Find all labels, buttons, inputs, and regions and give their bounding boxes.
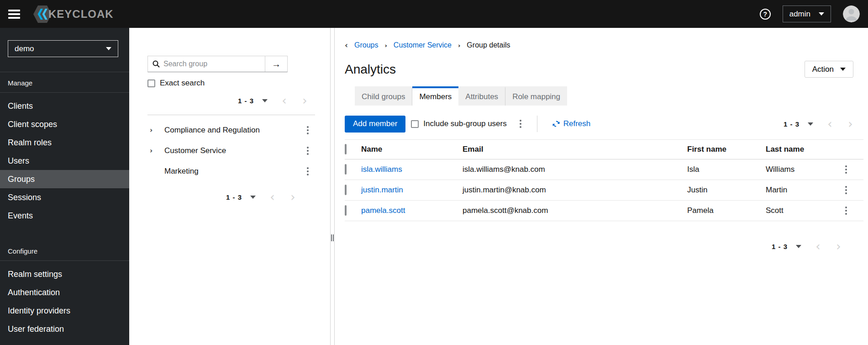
action-dropdown-button[interactable]: Action [805,61,853,78]
row-checkbox[interactable] [345,205,347,216]
toolbar-divider [537,116,537,132]
group-label[interactable]: Compliance and Regulation [164,126,260,135]
include-subgroups-checkbox[interactable] [411,120,419,128]
exact-search-checkbox[interactable] [147,80,155,87]
action-label: Action [812,65,834,74]
sidebar-item-clients[interactable]: Clients [0,97,129,115]
tab-child-groups[interactable]: Child groups [355,86,412,106]
add-member-button[interactable]: Add member [345,116,405,133]
sidebar-nav: demo Manage Clients Client scopes Realm … [0,28,129,345]
sidebar-item-realm-roles[interactable]: Realm roles [0,133,129,152]
group-details-main: ‹ Groups › Customer Service › Group deta… [335,28,868,345]
group-label[interactable]: Customer Service [164,146,226,155]
sidebar-item-identity-providers[interactable]: Identity providers [0,302,129,320]
include-subgroups-label: Include sub-group users [423,119,506,128]
masthead: KEYCLOAK ? admin [0,0,868,28]
members-table: Name Email First name Last name isla.wil… [345,139,863,221]
breadcrumb-back-icon[interactable]: ‹ [345,41,348,50]
member-email: justin.martin@knab.com [463,180,687,201]
pagination-range: 1 - 3 [784,120,800,128]
member-name-link[interactable]: justin.martin [361,186,403,194]
sidebar-item-realm-settings[interactable]: Realm settings [0,265,129,283]
member-name-link[interactable]: isla.williams [361,165,402,174]
nav-section-configure: Configure [0,247,129,255]
help-icon[interactable]: ? [760,9,771,20]
row-kebab-button[interactable] [843,205,849,217]
pagination-next-button[interactable]: › [283,192,303,202]
hamburger-menu-icon[interactable] [8,10,20,19]
tab-members[interactable]: Members [412,86,458,106]
pagination-menu-caret-icon[interactable] [796,245,801,248]
table-header-row: Name Email First name Last name [345,140,863,159]
exact-search-label: Exact search [160,79,205,88]
group-tabs: Child groups Members Attributes Role map… [355,86,863,106]
row-checkbox[interactable] [345,164,347,175]
sidebar-item-client-scopes[interactable]: Client scopes [0,115,129,133]
sidebar-item-authentication[interactable]: Authentication [0,283,129,302]
members-pagination-bottom: 1 - 3 ‹ › [345,241,863,251]
chevron-right-icon: › [458,42,460,49]
refresh-icon [552,120,560,127]
refresh-label: Refresh [563,119,591,128]
sidebar-item-users[interactable]: Users [0,152,129,170]
sidebar-item-events[interactable]: Events [0,207,129,225]
search-submit-button[interactable]: → [265,56,287,72]
pagination-prev-button[interactable]: ‹ [262,192,283,202]
tab-role-mapping[interactable]: Role mapping [505,86,567,106]
tab-attributes[interactable]: Attributes [458,86,505,106]
pagination-range: 1 - 3 [226,193,242,201]
pagination-next-button[interactable]: › [295,96,315,106]
search-icon [148,56,163,72]
nav-section-manage: Manage [0,79,129,87]
column-header-first-name: First name [687,140,766,159]
sidebar-divider [0,260,129,261]
user-menu-dropdown[interactable]: admin [783,5,831,22]
member-email: isla.williams@knab.com [463,159,687,180]
pagination-next-button[interactable]: › [828,241,849,251]
row-kebab-button[interactable] [843,184,849,196]
pagination-prev-button[interactable]: ‹ [820,119,840,129]
sidebar-item-groups[interactable]: Groups [0,170,129,188]
row-kebab-button[interactable] [843,164,849,175]
chevron-right-icon[interactable]: › [147,126,164,134]
pagination-menu-caret-icon[interactable] [262,99,268,102]
realm-name: demo [15,44,34,53]
refresh-button[interactable]: Refresh [550,119,594,129]
sidebar-item-user-federation[interactable]: User federation [0,320,129,338]
app-body: demo Manage Clients Client scopes Realm … [0,28,868,345]
search-group-input[interactable] [163,56,265,72]
pagination-range: 1 - 3 [772,243,788,250]
caret-down-icon [106,47,111,50]
group-kebab-button[interactable] [305,165,310,177]
select-all-checkbox[interactable] [345,144,347,154]
breadcrumb-link-customer-service[interactable]: Customer Service [394,41,452,49]
realm-selector[interactable]: demo [8,40,118,57]
avatar-icon [843,5,860,22]
table-row: pamela.scott pamela.scott@knab.com Pamel… [345,201,863,221]
pagination-prev-button[interactable]: ‹ [274,96,295,106]
chevron-right-icon: › [384,42,387,49]
pagination-menu-caret-icon[interactable] [808,122,813,126]
group-label[interactable]: Marketing [164,167,199,176]
masthead-actions: ? admin [760,5,863,22]
chevron-right-icon[interactable]: › [147,147,164,155]
breadcrumb-link-groups[interactable]: Groups [354,41,378,49]
toolbar-kebab-button[interactable] [518,118,523,130]
panel-resize-handle[interactable] [330,28,335,345]
member-name-link[interactable]: pamela.scott [361,206,405,215]
pagination-next-button[interactable]: › [840,119,861,129]
member-first-name: Justin [687,180,766,201]
member-first-name: Pamela [687,201,766,221]
row-checkbox[interactable] [345,185,347,195]
keycloak-logo: KEYCLOAK [33,5,114,23]
group-search-box: → [147,56,288,72]
group-tree-list: › Compliance and Regulation › Customer S… [147,120,315,181]
sidebar-item-sessions[interactable]: Sessions [0,188,129,207]
pagination-prev-button[interactable]: ‹ [808,241,828,251]
pagination-menu-caret-icon[interactable] [250,196,256,199]
tree-divider [147,115,315,115]
exact-search-row: Exact search [147,79,315,88]
group-kebab-button[interactable] [305,124,310,136]
group-kebab-button[interactable] [305,145,310,157]
avatar[interactable] [843,5,860,22]
